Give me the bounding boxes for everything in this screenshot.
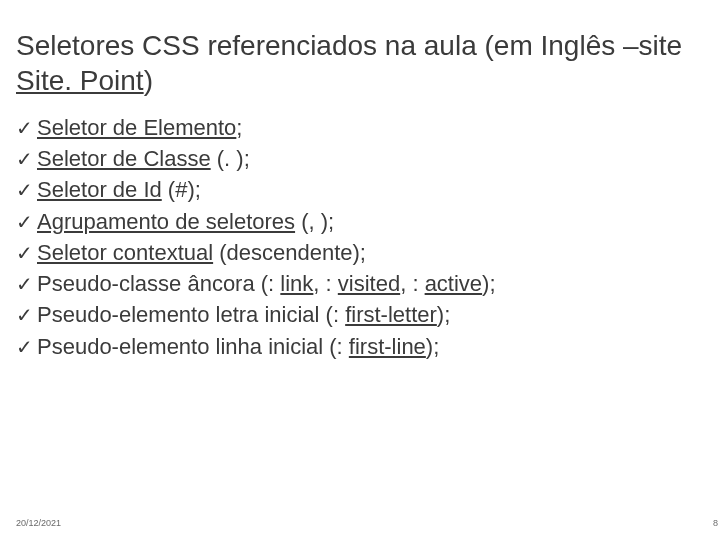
check-icon: ✓ bbox=[16, 301, 33, 329]
selector-list: ✓Seletor de Elemento; ✓Seletor de Classe… bbox=[16, 112, 696, 362]
item-post: ); bbox=[482, 271, 495, 296]
list-item: ✓Agrupamento de seletores (, ); bbox=[16, 206, 696, 237]
list-item: ✓Seletor de Classe (. ); bbox=[16, 143, 696, 174]
check-icon: ✓ bbox=[16, 114, 33, 142]
item-tail: (descendente); bbox=[213, 240, 366, 265]
item-post: ); bbox=[426, 334, 439, 359]
item-post: ); bbox=[437, 302, 450, 327]
item-pre: Pseudo-elemento linha inicial (: bbox=[37, 334, 349, 359]
footer-page-number: 8 bbox=[713, 518, 718, 528]
item-tail: (#); bbox=[162, 177, 201, 202]
check-icon: ✓ bbox=[16, 176, 33, 204]
list-item: ✓Seletor de Elemento; bbox=[16, 112, 696, 143]
item-sep: , : bbox=[313, 271, 337, 296]
check-icon: ✓ bbox=[16, 145, 33, 173]
item-tail: (. ); bbox=[211, 146, 250, 171]
list-item: ✓Pseudo-elemento linha inicial (: first-… bbox=[16, 331, 696, 362]
item-sep: , : bbox=[400, 271, 424, 296]
link-seletor-id[interactable]: Seletor de Id bbox=[37, 177, 162, 202]
check-icon: ✓ bbox=[16, 270, 33, 298]
item-pre: Pseudo-classe âncora (: bbox=[37, 271, 280, 296]
list-item: ✓Seletor contextual (descendente); bbox=[16, 237, 696, 268]
heading-text-pre: Seletores CSS referenciados na aula (em … bbox=[16, 30, 682, 61]
list-item: ✓Pseudo-elemento letra inicial (: first-… bbox=[16, 299, 696, 330]
check-icon: ✓ bbox=[16, 208, 33, 236]
link-seletor-elemento[interactable]: Seletor de Elemento bbox=[37, 115, 236, 140]
link-first-letter[interactable]: first-letter bbox=[345, 302, 437, 327]
link-seletor-contextual[interactable]: Seletor contextual bbox=[37, 240, 213, 265]
link-pseudo-link[interactable]: link bbox=[280, 271, 313, 296]
heading-link-sitepoint[interactable]: Site. Point bbox=[16, 65, 144, 96]
list-item: ✓Pseudo-classe âncora (: link, : visited… bbox=[16, 268, 696, 299]
link-first-line[interactable]: first-line bbox=[349, 334, 426, 359]
check-icon: ✓ bbox=[16, 333, 33, 361]
link-pseudo-visited[interactable]: visited bbox=[338, 271, 400, 296]
link-agrupamento[interactable]: Agrupamento de seletores bbox=[37, 209, 295, 234]
link-pseudo-active[interactable]: active bbox=[425, 271, 482, 296]
slide-heading: Seletores CSS referenciados na aula (em … bbox=[16, 28, 696, 98]
link-seletor-classe[interactable]: Seletor de Classe bbox=[37, 146, 211, 171]
item-tail: ; bbox=[236, 115, 242, 140]
list-item: ✓Seletor de Id (#); bbox=[16, 174, 696, 205]
item-tail: (, ); bbox=[295, 209, 334, 234]
heading-text-post: ) bbox=[144, 65, 153, 96]
footer-date: 20/12/2021 bbox=[16, 518, 61, 528]
item-pre: Pseudo-elemento letra inicial (: bbox=[37, 302, 345, 327]
check-icon: ✓ bbox=[16, 239, 33, 267]
